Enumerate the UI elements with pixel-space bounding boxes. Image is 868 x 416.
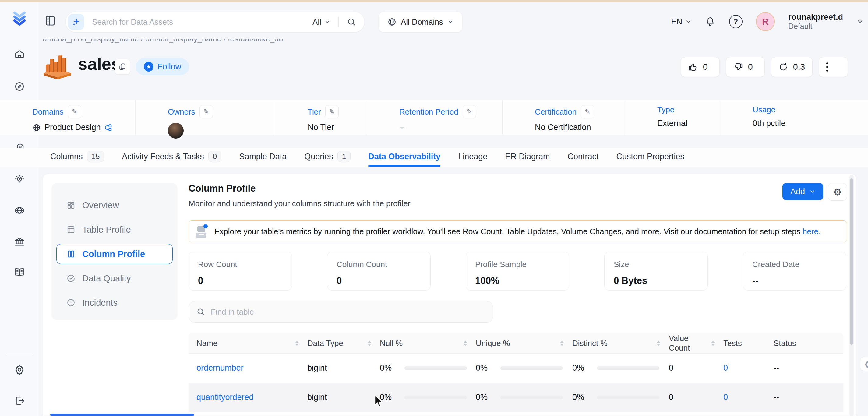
column-name-link[interactable]: quantityordered xyxy=(188,392,307,402)
edit-certification-icon[interactable]: ✎ xyxy=(581,105,594,119)
profiler-settings-button[interactable]: ⚙ xyxy=(828,183,847,201)
explore-compass-icon[interactable] xyxy=(14,81,25,92)
tab-custom-properties[interactable]: Custom Properties xyxy=(616,148,685,165)
sort-icon[interactable] xyxy=(464,341,467,346)
tab-columns[interactable]: Columns15 xyxy=(50,148,104,165)
unique-pct-cell: 0% xyxy=(476,363,572,373)
stat-created-date: Created Date -- xyxy=(743,252,846,291)
col-header-distinct[interactable]: Distinct % xyxy=(572,339,669,348)
entity-header: sales ★ Follow 0 0 0.3 xyxy=(43,50,859,81)
tab-er-diagram[interactable]: ER Diagram xyxy=(505,148,550,165)
col-header-name[interactable]: Name xyxy=(188,339,307,348)
avatar[interactable]: R xyxy=(756,12,775,31)
logout-icon[interactable] xyxy=(14,395,25,406)
col-header-status: Status xyxy=(774,339,843,348)
tab-activity-feeds[interactable]: Activity Feeds & Tasks0 xyxy=(122,148,221,165)
table-row: double 0% 0% 0% 0 0 xyxy=(188,412,843,416)
data-type-cell: bigint xyxy=(307,363,380,373)
col-header-value-count[interactable]: Value Count xyxy=(669,334,723,353)
edit-tier-icon[interactable]: ✎ xyxy=(325,105,339,119)
sidebar-item-table-profile[interactable]: Table Profile xyxy=(56,220,173,240)
distinct-pct-cell: 0% xyxy=(572,392,669,402)
notifications-bell-icon[interactable] xyxy=(705,16,716,27)
table-profile-icon xyxy=(66,225,75,234)
insights-bulb-icon[interactable] xyxy=(14,174,25,185)
col-header-null[interactable]: Null % xyxy=(380,339,476,348)
copy-name-button[interactable] xyxy=(115,59,130,75)
more-options-button[interactable] xyxy=(819,57,848,77)
col-header-unique[interactable]: Unique % xyxy=(476,339,572,348)
app-logo-icon[interactable] xyxy=(11,10,27,26)
sidebar-toggle-icon[interactable] xyxy=(44,14,56,27)
global-search-bar[interactable]: All xyxy=(65,11,365,32)
sidebar-item-column-profile[interactable]: Column Profile xyxy=(56,244,173,264)
athena-service-icon xyxy=(43,50,72,79)
meta-retention: Retention Period ✎ -- xyxy=(367,100,502,135)
user-menu[interactable]: rounakpreet.d Default xyxy=(788,12,843,31)
kebab-menu-icon xyxy=(826,62,828,71)
entity-tabs-bar: Columns15 Activity Feeds & Tasks0 Sample… xyxy=(0,148,868,167)
owner-avatar[interactable] xyxy=(168,123,184,138)
search-scope-dropdown[interactable]: All xyxy=(305,18,338,27)
find-in-table[interactable] xyxy=(188,301,493,322)
entity-metadata-bar: Domains ✎ Product Design Owners ✎ Tier ✎… xyxy=(0,100,868,135)
tab-contract[interactable]: Contract xyxy=(567,148,598,165)
tab-queries[interactable]: Queries1 xyxy=(304,148,350,165)
help-icon[interactable]: ? xyxy=(729,15,743,28)
sort-icon[interactable] xyxy=(711,341,715,346)
edit-domains-icon[interactable]: ✎ xyxy=(68,105,81,119)
version-button[interactable]: 0.3 xyxy=(771,57,812,77)
edit-retention-icon[interactable]: ✎ xyxy=(463,105,476,119)
meta-usage: Usage 0th pctile xyxy=(720,100,868,135)
progress-bar xyxy=(597,366,659,370)
sidebar-item-incidents[interactable]: Incidents xyxy=(56,293,173,313)
thumbs-down-icon xyxy=(733,62,743,72)
downvote-button[interactable]: 0 xyxy=(726,57,765,77)
settings-gear-icon[interactable] xyxy=(14,364,25,375)
column-name-link[interactable]: ordernumber xyxy=(188,363,307,373)
ai-sparkle-icon[interactable] xyxy=(68,14,84,30)
sort-icon[interactable] xyxy=(368,341,371,346)
language-dropdown[interactable]: EN xyxy=(671,17,691,27)
documentation-link[interactable]: here. xyxy=(803,227,820,236)
search-input[interactable] xyxy=(84,17,305,27)
sidebar-item-overview[interactable]: Overview xyxy=(56,195,173,215)
tab-sample-data[interactable]: Sample Data xyxy=(239,148,287,165)
sort-icon[interactable] xyxy=(657,341,660,346)
upvote-button[interactable]: 0 xyxy=(681,57,720,77)
stat-profile-sample: Profile Sample 100% xyxy=(466,252,569,291)
progress-bar xyxy=(597,395,659,399)
edit-owners-icon[interactable]: ✎ xyxy=(199,105,213,119)
stat-size: Size 0 Bytes xyxy=(604,252,708,291)
progress-bar xyxy=(404,395,467,399)
domains-globe-icon[interactable] xyxy=(14,205,25,216)
breadcrumb[interactable]: athena_prod_display_name / default_displ… xyxy=(43,39,469,43)
app-window: All All Domains EN ? R rounakpree xyxy=(0,0,868,416)
subdomain-link-icon[interactable] xyxy=(104,124,113,132)
govern-bank-icon[interactable] xyxy=(14,236,25,247)
tab-lineage[interactable]: Lineage xyxy=(458,148,487,165)
unique-pct-cell: 0% xyxy=(476,392,572,402)
tests-link[interactable]: 0 xyxy=(723,392,774,402)
profiler-bot-icon xyxy=(196,224,208,239)
home-icon[interactable] xyxy=(14,49,25,60)
overview-grid-icon xyxy=(66,201,75,210)
collapse-panel-button[interactable]: ❮ xyxy=(860,357,868,371)
glossary-book-icon[interactable] xyxy=(14,267,25,278)
section-subtitle: Monitor and understand your columns stru… xyxy=(188,199,410,208)
chevron-down-icon[interactable] xyxy=(857,18,864,25)
search-submit-icon[interactable] xyxy=(339,17,364,27)
sidebar-item-data-quality[interactable]: Data Quality xyxy=(56,268,173,288)
all-domains-dropdown[interactable]: All Domains xyxy=(378,11,462,32)
follow-button[interactable]: ★ Follow xyxy=(136,58,189,75)
find-in-table-input[interactable] xyxy=(210,307,486,317)
thumbs-up-icon xyxy=(688,62,698,72)
add-button[interactable]: Add xyxy=(782,183,823,200)
col-header-data-type[interactable]: Data Type xyxy=(307,339,380,348)
tab-data-observability[interactable]: Data Observability xyxy=(368,148,440,165)
tests-link[interactable]: 0 xyxy=(723,363,774,373)
sort-icon[interactable] xyxy=(560,341,564,346)
scrollbar-thumb[interactable] xyxy=(850,179,854,345)
sort-icon[interactable] xyxy=(295,341,299,346)
top-navbar: All All Domains EN ? R rounakpree xyxy=(39,2,868,39)
